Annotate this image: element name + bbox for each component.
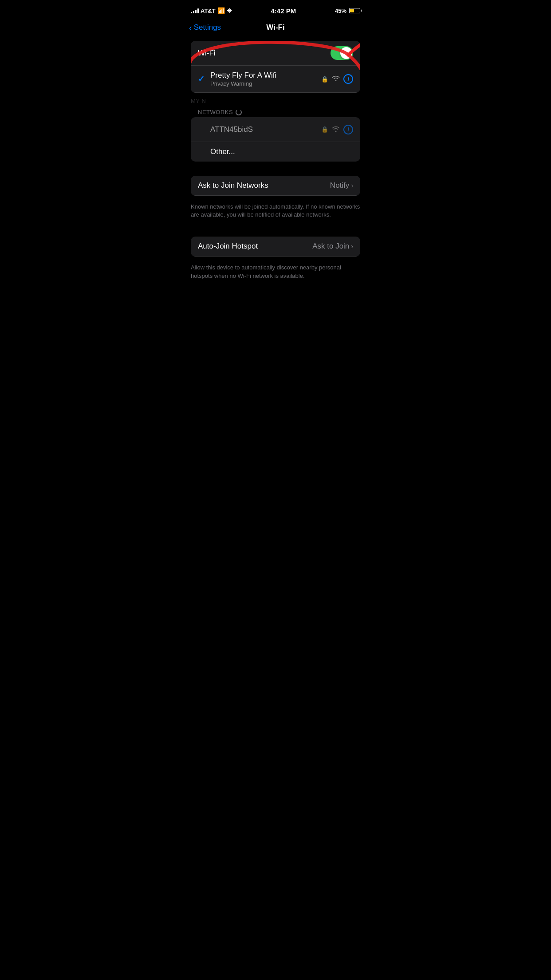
ask-to-join-description: Known networks will be joined automatica… — [184, 199, 367, 226]
my-networks-hint: MY N — [191, 96, 360, 105]
current-network-wrapper: ✓ Pretty Fly For A Wifi Privacy Warning … — [191, 66, 360, 93]
wifi-signal-icon — [332, 75, 340, 83]
ask-to-join-label: Ask to Join Networks — [198, 181, 268, 190]
navigation-bar: ‹ Settings Wi-Fi — [184, 20, 367, 37]
wifi-label: Wi-Fi — [198, 49, 216, 58]
network-warning: Privacy Warning — [210, 80, 321, 87]
current-network-row[interactable]: ✓ Pretty Fly For A Wifi Privacy Warning … — [191, 66, 360, 93]
wifi-toggle-section: Wi-Fi ✓ Pretty Fly For A Wifi Privacy Wa… — [191, 41, 360, 93]
back-button[interactable]: ‹ Settings — [189, 23, 221, 32]
other-option-label: Other... — [210, 147, 235, 156]
ask-to-join-section: Ask to Join Networks Notify › — [191, 176, 360, 196]
other-network-info-button[interactable]: i — [343, 125, 353, 134]
loading-icon: ✳ — [227, 7, 232, 14]
status-left: AT&T 📶 ✳ — [191, 7, 232, 14]
status-time: 4:42 PM — [271, 7, 296, 15]
auto-join-row[interactable]: Auto-Join Hotspot Ask to Join › — [191, 237, 360, 257]
page-title: Wi-Fi — [266, 23, 284, 32]
spacer-2 — [184, 226, 367, 237]
lock-icon: 🔒 — [321, 76, 328, 83]
other-network-row[interactable]: ATTN45bidS 🔒 i — [191, 117, 360, 142]
back-label: Settings — [194, 23, 221, 32]
status-right: 45% — [335, 8, 360, 14]
auto-join-value: Ask to Join › — [312, 242, 353, 251]
carrier-label: AT&T — [201, 8, 216, 14]
other-network-icons: 🔒 i — [321, 125, 353, 134]
checkmark-icon: ✓ — [198, 74, 205, 84]
other-network-info: ATTN45bidS — [210, 125, 321, 134]
auto-join-chevron-icon: › — [351, 243, 353, 250]
battery-icon — [349, 8, 360, 13]
network-name: Pretty Fly For A Wifi — [210, 71, 321, 80]
ask-to-join-chevron-icon: › — [351, 182, 353, 189]
networks-section-label: NETWORKS — [184, 105, 367, 117]
other-lock-icon: 🔒 — [321, 126, 328, 133]
main-content: Wi-Fi ✓ Pretty Fly For A Wifi Privacy Wa… — [184, 37, 367, 287]
network-info-button[interactable]: i — [343, 74, 353, 84]
networks-section: ATTN45bidS 🔒 i Other... — [191, 117, 360, 162]
status-bar: AT&T 📶 ✳ 4:42 PM 45% — [184, 0, 367, 20]
wifi-toggle-row[interactable]: Wi-Fi — [191, 41, 360, 66]
spacer-1 — [184, 165, 367, 176]
other-wifi-icon — [332, 126, 340, 134]
ask-to-join-row[interactable]: Ask to Join Networks Notify › — [191, 176, 360, 196]
wifi-toggle[interactable] — [331, 46, 353, 60]
auto-join-label: Auto-Join Hotspot — [198, 242, 258, 251]
chevron-left-icon: ‹ — [189, 23, 192, 32]
network-info: Pretty Fly For A Wifi Privacy Warning — [210, 71, 321, 87]
battery-percent-label: 45% — [335, 8, 346, 14]
other-network-option-row[interactable]: Other... — [191, 142, 360, 162]
wifi-status-icon: 📶 — [217, 7, 225, 14]
other-network-name: ATTN45bidS — [210, 125, 321, 134]
network-icons: 🔒 i — [321, 74, 353, 84]
toggle-thumb — [340, 47, 352, 59]
signal-bars-icon — [191, 8, 199, 13]
ask-to-join-value: Notify › — [330, 181, 353, 190]
auto-join-section: Auto-Join Hotspot Ask to Join › — [191, 237, 360, 257]
networks-loading-spinner — [236, 109, 242, 115]
auto-join-description: Allow this device to automatically disco… — [184, 260, 367, 287]
